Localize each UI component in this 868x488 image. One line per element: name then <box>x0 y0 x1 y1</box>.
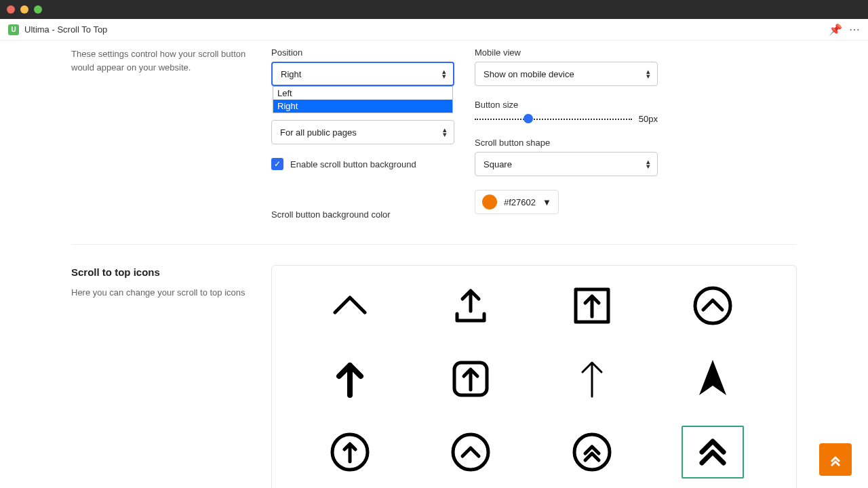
position-label: Position <box>271 47 454 58</box>
close-window-button[interactable] <box>7 5 15 14</box>
select-caret-icon: ▴▾ <box>646 69 650 79</box>
icons-panel <box>271 265 797 488</box>
color-hex: #f27602 <box>504 197 536 207</box>
position-value: Right <box>281 69 301 79</box>
macos-titlebar <box>0 0 868 19</box>
svg-point-4 <box>453 434 488 470</box>
app-tabbar: U Ultima - Scroll To Top 📌 ⋯ <box>0 19 868 41</box>
color-swatch <box>482 195 497 209</box>
color-picker[interactable]: #f27602 ▼ <box>475 190 559 214</box>
section-divider <box>71 244 797 245</box>
bg-color-label: Scroll button background color <box>271 209 454 220</box>
icon-option-boxed-arrow-up[interactable] <box>561 279 623 332</box>
select-caret-icon: ▴▾ <box>646 159 650 169</box>
pages-value: For all public pages <box>280 127 357 138</box>
icon-option-chevron-up[interactable] <box>319 279 381 332</box>
icon-option-arrow-up-thick[interactable] <box>319 352 381 405</box>
mobile-view-select[interactable]: Show on mobile device ▴▾ <box>475 62 658 86</box>
select-caret-icon: ▴▾ <box>442 69 446 79</box>
app-title: Ultima - Scroll To Top <box>24 24 107 35</box>
button-size-slider[interactable] <box>475 117 632 121</box>
more-icon[interactable]: ⋯ <box>849 23 860 36</box>
traffic-lights <box>7 5 42 14</box>
icon-option-rounded-arrow-up[interactable] <box>439 352 502 405</box>
icon-option-circle-chevron-up[interactable] <box>682 279 744 332</box>
position-option-left[interactable]: Left <box>273 87 452 100</box>
shape-select[interactable]: Square ▴▾ <box>475 152 658 176</box>
dropdown-caret-icon: ▼ <box>542 197 551 207</box>
scroll-to-top-fab[interactable] <box>819 443 852 476</box>
icon-option-double-chevron[interactable] <box>682 426 744 479</box>
button-size-value: 50px <box>639 114 658 124</box>
enable-bg-checkbox[interactable]: ✓ <box>271 158 283 170</box>
settings-description: These settings control how your scroll b… <box>71 47 251 74</box>
icon-option-circle-arrow-up[interactable] <box>319 426 381 479</box>
icon-option-nav-arrow-up[interactable] <box>682 352 744 405</box>
position-dropdown: Left Right <box>273 86 453 113</box>
pin-icon[interactable]: 📌 <box>829 23 842 36</box>
pages-select[interactable]: For all public pages ▴▾ <box>271 120 454 144</box>
icons-section-desc: Here you can change your scroll to top i… <box>71 286 251 300</box>
position-option-right[interactable]: Right <box>273 100 452 113</box>
minimize-window-button[interactable] <box>20 5 28 14</box>
button-size-label: Button size <box>475 100 658 110</box>
shape-value: Square <box>484 159 512 169</box>
icon-option-arrow-up-thin[interactable] <box>561 352 623 405</box>
icons-section-title: Scroll to top icons <box>71 265 251 281</box>
select-caret-icon: ▴▾ <box>443 127 447 137</box>
icon-option-circle-chevron-up-2[interactable] <box>439 426 502 479</box>
enable-bg-label: Enable scroll button background <box>290 159 416 169</box>
fullscreen-window-button[interactable] <box>34 5 42 14</box>
mobile-view-value: Show on mobile device <box>484 69 574 79</box>
shape-label: Scroll button shape <box>475 138 658 148</box>
app-tab[interactable]: U Ultima - Scroll To Top <box>8 24 107 35</box>
mobile-view-label: Mobile view <box>475 47 658 58</box>
svg-point-1 <box>695 288 730 323</box>
position-select[interactable]: Right ▴▾ Left Right <box>271 62 454 86</box>
icon-option-upload-tray[interactable] <box>439 279 502 332</box>
icon-option-double-chevron-circle[interactable] <box>561 426 623 479</box>
app-icon: U <box>8 24 19 35</box>
